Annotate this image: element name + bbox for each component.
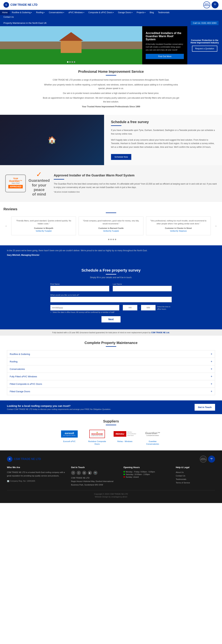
maintenance-expand-2[interactable]: + <box>211 360 212 363</box>
reviews-dots <box>3 239 219 240</box>
topbar: Property Maintenance in the North East U… <box>0 20 222 26</box>
review-verified-3: Verified By Telephone <box>149 230 208 232</box>
nav-home[interactable]: Home <box>0 10 10 15</box>
next-review-button[interactable]: › <box>213 224 219 228</box>
guardian-section: TEAM Guardian™ Warm Roof APPROVED ✓ Guar… <box>0 165 222 202</box>
nav-testimonials[interactable]: Testimonials <box>156 10 172 15</box>
maintenance-expand-3[interactable]: + <box>211 368 212 370</box>
review-dot-3[interactable] <box>110 239 112 240</box>
dropdown-arrow: ▾ <box>83 12 84 13</box>
review-dot-5[interactable] <box>115 239 116 240</box>
maintenance-item-3[interactable]: Conservatories + <box>7 365 215 372</box>
review-location-3: Customer in Chester le Street <box>149 227 208 230</box>
title-underline <box>106 75 116 76</box>
nav-garage-doors[interactable]: Garage Doors ▾ <box>116 10 134 15</box>
date-hint-text: Select the date in office hours. All sur… <box>52 311 114 314</box>
main-nav: Home Roofline & Guttering ▾ Roofing ▾ Co… <box>0 10 222 15</box>
header: C CSM TRADE NE LTD WHICHTRUSTED IBG✓ <box>0 0 222 10</box>
eurocell-sub: All Together Better <box>63 434 75 436</box>
maintenance-item-label-5: Fitted Composite & uPVC Doors <box>10 383 42 385</box>
footer-link-testimonials[interactable]: Testimonials <box>176 478 215 481</box>
schedule-now-button[interactable]: Schedule Now <box>111 154 131 160</box>
last-name-input[interactable] <box>113 286 172 291</box>
time-group: : Select the time in office hours. <box>123 305 172 314</box>
nav-conservatories[interactable]: Conservatories ▾ <box>47 10 66 15</box>
review-dot-1[interactable] <box>106 239 107 240</box>
carousel-dot-3[interactable] <box>72 61 73 63</box>
review-dot-4[interactable] <box>113 239 114 240</box>
footer-link-terms[interactable]: Terms of Service <box>176 481 215 484</box>
footer-link-about[interactable]: About Us <box>176 471 215 474</box>
company-logo[interactable]: C CSM TRADE NE LTD <box>3 2 37 8</box>
facebook-icon[interactable]: f <box>71 471 75 475</box>
maintenance-item-5[interactable]: Fitted Composite & uPVC Doors + <box>7 380 215 388</box>
supplier-guardian: Guardian™ CONSERVATORIES Guardian Conser… <box>142 429 163 445</box>
maintenance-item-6[interactable]: Fitted Garage Doors + <box>7 388 215 395</box>
approved-badge: APPROVED <box>8 185 23 188</box>
maintenance-item-label-1: Roofline & Guttering <box>10 353 30 356</box>
get-in-touch-button[interactable]: Get in Touch <box>195 404 215 411</box>
nav-upvc-windows[interactable]: uPVC Windows ▾ <box>66 10 86 15</box>
footer-help-title: Help & Legal <box>176 466 215 469</box>
instagram-icon[interactable]: 📷 <box>93 471 97 475</box>
hour-input[interactable] <box>123 305 138 310</box>
carousel-dot-1[interactable] <box>67 61 68 63</box>
footer-logo: C CSM TRADE NE LTD <box>7 456 41 462</box>
nav-blog[interactable]: Blog <box>148 10 156 15</box>
twitter-icon[interactable]: t <box>77 471 81 475</box>
dropdown-arrow: ▾ <box>132 12 133 13</box>
first-name-input[interactable] <box>50 286 109 291</box>
carousel-dot-2[interactable] <box>69 61 71 63</box>
badge-2: IBG✓ <box>212 2 219 8</box>
maintenance-item-1[interactable]: Roofline & Guttering + <box>7 350 215 358</box>
survey-form-subtitle: Simply fill in your details and we'll be… <box>7 276 215 279</box>
maintenance-item-4[interactable]: Fully Fitted uPVC Windows + <box>7 372 215 380</box>
suppliers-grid: eurocell All Together Better Eurocell uP… <box>7 429 215 445</box>
nav-roofing[interactable]: Roofing ▾ <box>34 10 47 15</box>
hero-cta-button[interactable]: Find Out More <box>146 54 184 59</box>
maintenance-expand-1[interactable]: + <box>211 352 212 356</box>
guardian-title: Approved Installer of the Guardian Warm … <box>54 174 217 177</box>
hours-monday: Monday - Friday: 9:00am - 5:00pm <box>124 471 171 473</box>
hero-image <box>0 26 142 64</box>
date-group: ✓ Select the date in office hours. All s… <box>50 305 119 314</box>
guardian-supplier-logo: Guardian™ CONSERVATORIES <box>142 429 163 439</box>
supplier-rehau: REHAU REHAUAUTHORIZEDPARTNER Rehau - Win… <box>114 429 135 445</box>
next-button[interactable]: Next <box>101 316 121 322</box>
look-at-label: What would you like us to look at? <box>50 294 172 296</box>
rehau-logo: REHAU REHAUAUTHORIZEDPARTNER <box>114 429 135 439</box>
review-location-1: Customer in Morpeth <box>14 227 73 230</box>
rehau-authorized: REHAUAUTHORIZEDPARTNER <box>127 431 136 437</box>
nav-contact-us[interactable]: Contact Us <box>3 15 14 19</box>
nav-projects[interactable]: Projects ▾ <box>135 10 148 15</box>
maintenance-item-2[interactable]: Roofing + <box>7 358 215 365</box>
look-at-group: What would you like us to look at? <box>50 294 172 302</box>
carousel-dot-4[interactable] <box>74 61 75 63</box>
footer-badges: WHICHTRUSTED IBG✓ <box>200 456 215 462</box>
youtube-icon[interactable]: ▶ <box>88 471 92 475</box>
hero-content: Accredited Installers of the Guardian Wa… <box>142 26 187 64</box>
maintenance-expand-5[interactable]: + <box>211 382 212 386</box>
look-at-input[interactable] <box>50 297 172 302</box>
review-location-2: Customer in Barnard Castle <box>81 227 141 230</box>
logo-circle: C <box>3 2 9 8</box>
nav-roofline[interactable]: Roofline & Guttering ▾ <box>10 10 34 15</box>
hero-section: Accredited Installers of the Guardian Wa… <box>0 26 222 64</box>
name-row: First Name Last Name <box>50 283 172 291</box>
nav-composite-doors[interactable]: Composite & uPVC Doors ▾ <box>86 10 116 15</box>
dropdown-arrow: ▾ <box>31 12 32 13</box>
maintenance-title: Complete Property Maintenance <box>7 341 215 345</box>
prev-review-button[interactable]: ‹ <box>3 224 9 228</box>
maintenance-expand-6[interactable]: + <box>211 390 212 393</box>
reviews-section: Reviews ‹ "Friendly fitters, work good s… <box>0 202 222 246</box>
linkedin-icon[interactable]: in <box>82 471 86 475</box>
reviews-grid: ‹ "Friendly fitters, work good standard.… <box>3 216 219 236</box>
date-hint: ✓ Select the date in office hours. All s… <box>50 311 119 314</box>
minute-input[interactable] <box>141 305 156 310</box>
review-dot-2[interactable] <box>108 239 109 240</box>
maintenance-expand-4[interactable]: + <box>211 375 212 378</box>
professional-service-section: Profesional Home Improvement Service CSM… <box>0 64 222 115</box>
footer-link-contact[interactable]: Contact Us <box>176 474 215 478</box>
hero-right-button[interactable]: Request a Quotation <box>192 46 217 52</box>
date-input[interactable] <box>50 305 119 310</box>
